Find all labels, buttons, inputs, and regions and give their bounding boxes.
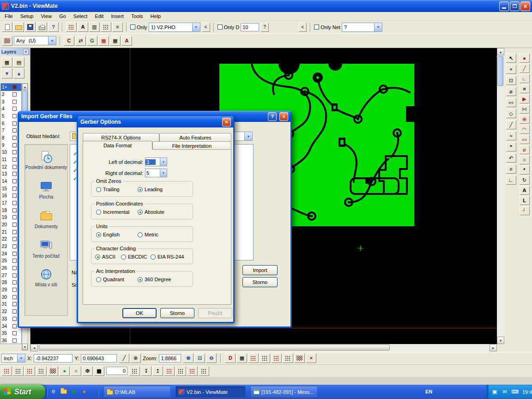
anchor-down-icon[interactable]: ↧	[141, 366, 151, 376]
letter-a-icon[interactable]: A	[121, 36, 132, 46]
target-red-icon[interactable]: ⊕	[520, 115, 530, 124]
layer-row[interactable]: 36	[1, 337, 21, 344]
place-documents[interactable]: Dokumenty	[25, 209, 67, 230]
triangle-red-icon[interactable]: ▶	[520, 94, 530, 103]
zoom-out-icon[interactable]: ⊖	[206, 353, 217, 363]
flash-red-icon[interactable]: ●	[520, 54, 530, 63]
dcode-red-icon[interactable]: D	[225, 353, 236, 363]
dotted-grid-icon[interactable]	[129, 366, 140, 376]
diag-line-icon[interactable]: ╱	[520, 64, 530, 73]
scroll-up-icon[interactable]: ▲	[497, 48, 504, 55]
pattern-r1-icon[interactable]	[164, 366, 175, 376]
pattern-dark-icon[interactable]	[260, 353, 270, 363]
layer-color-swatch[interactable]	[12, 157, 17, 162]
diameter-icon[interactable]: ⌀	[506, 87, 516, 96]
letter-g-icon[interactable]: G	[87, 36, 97, 46]
star-tool-icon[interactable]: *	[506, 142, 516, 151]
prev-dcode-button[interactable]: <	[298, 23, 307, 32]
layer-row[interactable]: 1+	[1, 84, 21, 91]
menu-select[interactable]: Select	[70, 12, 91, 20]
stack-icon[interactable]: ≡	[506, 164, 516, 174]
layer-color-swatch[interactable]	[12, 107, 17, 111]
pattern-red2-icon[interactable]	[271, 353, 282, 363]
layer-color-swatch[interactable]	[12, 273, 17, 278]
pattern-mix-icon[interactable]	[294, 353, 305, 363]
layer-color-swatch[interactable]	[12, 100, 17, 104]
save-file-icon[interactable]	[25, 22, 36, 32]
layer-color-swatch[interactable]	[12, 208, 17, 212]
step-value-field[interactable]: 0	[106, 367, 127, 375]
asterisk-icon[interactable]: *	[520, 165, 530, 175]
dialog-help-button[interactable]: ?	[268, 112, 277, 121]
filled-square-icon[interactable]: ■	[520, 84, 530, 93]
layer-color-swatch[interactable]	[12, 317, 17, 321]
corner-icon[interactable]: ∟	[506, 175, 516, 185]
radio-absolute[interactable]: Absolute	[138, 209, 164, 215]
layer-color-swatch[interactable]	[12, 201, 17, 205]
radio-ascii[interactable]: ASCII	[95, 254, 115, 260]
horizontal-scrollbar[interactable]: ◄ ►	[30, 344, 497, 351]
highlight-a-icon[interactable]: A	[78, 22, 88, 32]
measure-icon[interactable]: ╱	[119, 353, 129, 363]
pattern-s2-icon[interactable]	[13, 366, 24, 376]
gerber-dialog-titlebar[interactable]: Gerber Options ×	[78, 116, 233, 127]
layer-color-swatch[interactable]	[12, 223, 17, 227]
taskbar-task-viewmate[interactable]: V2.bin - ViewMate	[175, 386, 246, 398]
menu-setup[interactable]: Setup	[17, 12, 37, 20]
cancel-button[interactable]: Storno	[160, 308, 194, 318]
bend-red-icon[interactable]: ┘	[520, 206, 530, 215]
close-button[interactable]: ×	[520, 1, 530, 11]
selection-mode-icon[interactable]	[2, 36, 12, 46]
any-filter-combo[interactable]: Any(U)▼	[14, 36, 56, 45]
vertical-scroll-thumb[interactable]	[497, 56, 503, 86]
keyboard-tray-icon[interactable]: ⌨	[510, 387, 520, 397]
open-file-icon[interactable]	[13, 22, 24, 32]
gray-grid-icon[interactable]: ▦	[110, 36, 121, 46]
prev-layer-button[interactable]: <	[202, 23, 210, 32]
green-dot-icon[interactable]: ●	[59, 366, 70, 376]
taskbar-task-mlab[interactable]: D:\MLAB	[103, 386, 171, 398]
layer-color-swatch[interactable]	[12, 244, 17, 248]
tab-rs274x-options[interactable]: RS274-X Options	[83, 133, 159, 141]
place-my-computer[interactable]: Tento počítač	[25, 239, 67, 259]
radio-ebcdic[interactable]: EBCDIC	[121, 254, 147, 260]
radio-leading[interactable]: Leading	[138, 187, 163, 192]
layer-color-swatch[interactable]	[12, 114, 17, 118]
dialog-close-button[interactable]: ×	[222, 118, 231, 127]
layer-color-swatch[interactable]	[12, 165, 17, 169]
menu-go[interactable]: Go	[55, 12, 70, 20]
pattern-dark2-icon[interactable]	[283, 353, 293, 363]
dcode-wildcard-button[interactable]: ?	[260, 23, 269, 32]
layer-color-swatch[interactable]	[12, 259, 17, 263]
layer-color-swatch[interactable]	[12, 230, 17, 234]
start-button[interactable]: Start	[0, 385, 45, 399]
menu-tools[interactable]: Tools	[127, 12, 147, 20]
layer-color-swatch[interactable]	[12, 85, 17, 89]
step-gray-icon[interactable]: ≡	[520, 155, 530, 164]
net-combo[interactable]: ?▼	[342, 23, 382, 32]
context-help-icon[interactable]: ?	[48, 22, 59, 32]
dcode-input[interactable]	[241, 23, 259, 31]
network-tray-icon[interactable]: ▣	[490, 387, 499, 397]
import-button[interactable]: Import	[242, 265, 278, 275]
grid-icon[interactable]: ▦	[236, 353, 247, 363]
rect-tool-icon[interactable]: ▭	[506, 98, 516, 107]
layer-color-swatch[interactable]	[12, 295, 17, 299]
anchor-up-icon[interactable]: ↥	[152, 366, 163, 376]
letter-c-icon[interactable]: C	[64, 36, 74, 46]
text-a-icon[interactable]: A	[520, 186, 530, 195]
layer-color-swatch[interactable]	[12, 331, 17, 335]
layer-color-swatch[interactable]	[12, 92, 17, 97]
firefox-icon[interactable]: ●	[79, 387, 89, 396]
layer-color-swatch[interactable]	[12, 302, 17, 306]
tab-data-format[interactable]: Data Format	[83, 141, 152, 150]
radio-incremental[interactable]: Incremental	[96, 209, 129, 215]
place-network[interactable]: Místa v síti	[25, 267, 67, 288]
new-file-icon[interactable]	[2, 22, 12, 32]
slash-tool-icon[interactable]: ╱	[506, 120, 516, 129]
diamond-tool-icon[interactable]: ◇	[506, 109, 516, 118]
grid-strong-icon[interactable]: ▦	[94, 366, 104, 376]
radio-quadrant[interactable]: Quadrant	[96, 277, 124, 282]
layer-color-swatch[interactable]	[12, 339, 17, 343]
ok-button[interactable]: OK	[122, 308, 157, 318]
